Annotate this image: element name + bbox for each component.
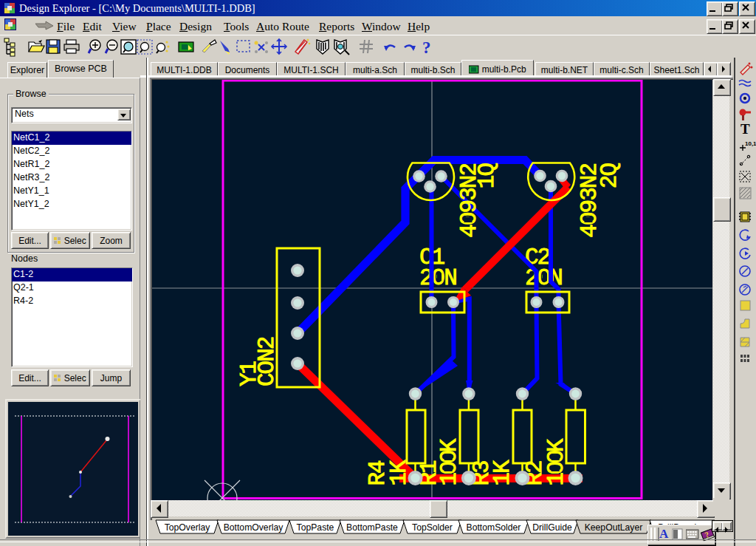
svg-text:BottomSolder: BottomSolder [467, 522, 521, 533]
svg-text:1K: 1K [489, 460, 515, 486]
svg-text:BottomOverlay: BottomOverlay [224, 522, 284, 533]
svg-text:TopPaste: TopPaste [297, 522, 334, 533]
svg-text:4093N2: 4093N2 [577, 164, 602, 238]
svg-text:T: T [740, 121, 750, 137]
svg-text:100K: 100K [436, 438, 462, 485]
svg-text:4093N2: 4093N2 [456, 164, 482, 238]
svg-text:TopSolder: TopSolder [412, 522, 453, 533]
svg-text:TopOverlay: TopOverlay [165, 522, 211, 533]
svg-text:KeepOutLayer: KeepOutLayer [585, 522, 643, 533]
svg-text:BottomPaste: BottomPaste [346, 522, 398, 533]
svg-text:DrillGuide: DrillGuide [532, 522, 572, 533]
svg-text:10,10: 10,10 [745, 140, 756, 147]
svg-text:?: ? [422, 38, 431, 57]
svg-text:Y1: Y1 [236, 361, 262, 386]
